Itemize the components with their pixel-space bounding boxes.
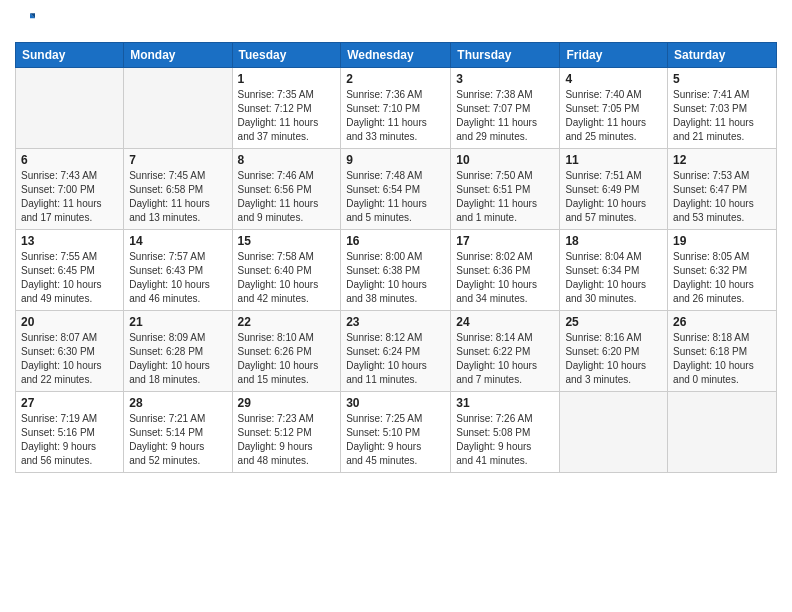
day-cell: 20Sunrise: 8:07 AM Sunset: 6:30 PM Dayli…	[16, 311, 124, 392]
day-info: Sunrise: 7:41 AM Sunset: 7:03 PM Dayligh…	[673, 88, 771, 144]
day-info: Sunrise: 8:02 AM Sunset: 6:36 PM Dayligh…	[456, 250, 554, 306]
day-number: 2	[346, 72, 445, 86]
col-monday: Monday	[124, 43, 232, 68]
day-cell: 18Sunrise: 8:04 AM Sunset: 6:34 PM Dayli…	[560, 230, 668, 311]
col-friday: Friday	[560, 43, 668, 68]
day-number: 4	[565, 72, 662, 86]
calendar-header: Sunday Monday Tuesday Wednesday Thursday…	[16, 43, 777, 68]
day-info: Sunrise: 8:07 AM Sunset: 6:30 PM Dayligh…	[21, 331, 118, 387]
day-cell: 9Sunrise: 7:48 AM Sunset: 6:54 PM Daylig…	[341, 149, 451, 230]
day-info: Sunrise: 8:09 AM Sunset: 6:28 PM Dayligh…	[129, 331, 226, 387]
col-wednesday: Wednesday	[341, 43, 451, 68]
day-info: Sunrise: 8:10 AM Sunset: 6:26 PM Dayligh…	[238, 331, 336, 387]
day-cell: 26Sunrise: 8:18 AM Sunset: 6:18 PM Dayli…	[668, 311, 777, 392]
day-number: 28	[129, 396, 226, 410]
day-info: Sunrise: 8:12 AM Sunset: 6:24 PM Dayligh…	[346, 331, 445, 387]
day-number: 25	[565, 315, 662, 329]
day-cell: 22Sunrise: 8:10 AM Sunset: 6:26 PM Dayli…	[232, 311, 341, 392]
day-info: Sunrise: 8:05 AM Sunset: 6:32 PM Dayligh…	[673, 250, 771, 306]
day-info: Sunrise: 8:04 AM Sunset: 6:34 PM Dayligh…	[565, 250, 662, 306]
day-info: Sunrise: 7:21 AM Sunset: 5:14 PM Dayligh…	[129, 412, 226, 468]
day-cell	[560, 392, 668, 473]
day-info: Sunrise: 7:38 AM Sunset: 7:07 PM Dayligh…	[456, 88, 554, 144]
day-cell: 5Sunrise: 7:41 AM Sunset: 7:03 PM Daylig…	[668, 68, 777, 149]
day-number: 19	[673, 234, 771, 248]
day-cell: 19Sunrise: 8:05 AM Sunset: 6:32 PM Dayli…	[668, 230, 777, 311]
day-cell: 11Sunrise: 7:51 AM Sunset: 6:49 PM Dayli…	[560, 149, 668, 230]
day-cell	[668, 392, 777, 473]
day-number: 20	[21, 315, 118, 329]
calendar-body: 1Sunrise: 7:35 AM Sunset: 7:12 PM Daylig…	[16, 68, 777, 473]
calendar-page: Sunday Monday Tuesday Wednesday Thursday…	[0, 0, 792, 612]
header-row: Sunday Monday Tuesday Wednesday Thursday…	[16, 43, 777, 68]
day-cell: 1Sunrise: 7:35 AM Sunset: 7:12 PM Daylig…	[232, 68, 341, 149]
day-number: 7	[129, 153, 226, 167]
day-number: 27	[21, 396, 118, 410]
day-cell: 15Sunrise: 7:58 AM Sunset: 6:40 PM Dayli…	[232, 230, 341, 311]
day-info: Sunrise: 7:25 AM Sunset: 5:10 PM Dayligh…	[346, 412, 445, 468]
logo-icon	[15, 10, 35, 30]
day-number: 1	[238, 72, 336, 86]
day-cell: 29Sunrise: 7:23 AM Sunset: 5:12 PM Dayli…	[232, 392, 341, 473]
day-info: Sunrise: 7:40 AM Sunset: 7:05 PM Dayligh…	[565, 88, 662, 144]
day-info: Sunrise: 7:55 AM Sunset: 6:45 PM Dayligh…	[21, 250, 118, 306]
day-number: 22	[238, 315, 336, 329]
day-number: 3	[456, 72, 554, 86]
day-number: 10	[456, 153, 554, 167]
day-cell: 27Sunrise: 7:19 AM Sunset: 5:16 PM Dayli…	[16, 392, 124, 473]
day-cell: 28Sunrise: 7:21 AM Sunset: 5:14 PM Dayli…	[124, 392, 232, 473]
day-info: Sunrise: 7:36 AM Sunset: 7:10 PM Dayligh…	[346, 88, 445, 144]
col-sunday: Sunday	[16, 43, 124, 68]
day-info: Sunrise: 7:57 AM Sunset: 6:43 PM Dayligh…	[129, 250, 226, 306]
day-info: Sunrise: 8:14 AM Sunset: 6:22 PM Dayligh…	[456, 331, 554, 387]
day-cell: 12Sunrise: 7:53 AM Sunset: 6:47 PM Dayli…	[668, 149, 777, 230]
day-number: 23	[346, 315, 445, 329]
day-info: Sunrise: 7:58 AM Sunset: 6:40 PM Dayligh…	[238, 250, 336, 306]
day-cell: 13Sunrise: 7:55 AM Sunset: 6:45 PM Dayli…	[16, 230, 124, 311]
col-tuesday: Tuesday	[232, 43, 341, 68]
week-row-2: 13Sunrise: 7:55 AM Sunset: 6:45 PM Dayli…	[16, 230, 777, 311]
day-number: 26	[673, 315, 771, 329]
day-number: 24	[456, 315, 554, 329]
day-cell: 8Sunrise: 7:46 AM Sunset: 6:56 PM Daylig…	[232, 149, 341, 230]
calendar-table: Sunday Monday Tuesday Wednesday Thursday…	[15, 42, 777, 473]
day-cell: 2Sunrise: 7:36 AM Sunset: 7:10 PM Daylig…	[341, 68, 451, 149]
day-info: Sunrise: 7:50 AM Sunset: 6:51 PM Dayligh…	[456, 169, 554, 225]
day-info: Sunrise: 7:46 AM Sunset: 6:56 PM Dayligh…	[238, 169, 336, 225]
day-cell: 30Sunrise: 7:25 AM Sunset: 5:10 PM Dayli…	[341, 392, 451, 473]
day-cell: 31Sunrise: 7:26 AM Sunset: 5:08 PM Dayli…	[451, 392, 560, 473]
week-row-3: 20Sunrise: 8:07 AM Sunset: 6:30 PM Dayli…	[16, 311, 777, 392]
day-cell: 6Sunrise: 7:43 AM Sunset: 7:00 PM Daylig…	[16, 149, 124, 230]
day-number: 12	[673, 153, 771, 167]
day-info: Sunrise: 8:00 AM Sunset: 6:38 PM Dayligh…	[346, 250, 445, 306]
day-info: Sunrise: 7:35 AM Sunset: 7:12 PM Dayligh…	[238, 88, 336, 144]
day-cell: 16Sunrise: 8:00 AM Sunset: 6:38 PM Dayli…	[341, 230, 451, 311]
day-number: 18	[565, 234, 662, 248]
day-cell: 24Sunrise: 8:14 AM Sunset: 6:22 PM Dayli…	[451, 311, 560, 392]
day-cell	[124, 68, 232, 149]
day-cell: 4Sunrise: 7:40 AM Sunset: 7:05 PM Daylig…	[560, 68, 668, 149]
day-cell: 10Sunrise: 7:50 AM Sunset: 6:51 PM Dayli…	[451, 149, 560, 230]
day-cell: 3Sunrise: 7:38 AM Sunset: 7:07 PM Daylig…	[451, 68, 560, 149]
logo	[15, 10, 37, 34]
day-info: Sunrise: 7:43 AM Sunset: 7:00 PM Dayligh…	[21, 169, 118, 225]
day-cell: 21Sunrise: 8:09 AM Sunset: 6:28 PM Dayli…	[124, 311, 232, 392]
day-number: 30	[346, 396, 445, 410]
col-thursday: Thursday	[451, 43, 560, 68]
day-number: 14	[129, 234, 226, 248]
day-number: 5	[673, 72, 771, 86]
day-info: Sunrise: 7:23 AM Sunset: 5:12 PM Dayligh…	[238, 412, 336, 468]
day-cell: 17Sunrise: 8:02 AM Sunset: 6:36 PM Dayli…	[451, 230, 560, 311]
day-info: Sunrise: 7:51 AM Sunset: 6:49 PM Dayligh…	[565, 169, 662, 225]
day-cell: 14Sunrise: 7:57 AM Sunset: 6:43 PM Dayli…	[124, 230, 232, 311]
day-number: 6	[21, 153, 118, 167]
week-row-4: 27Sunrise: 7:19 AM Sunset: 5:16 PM Dayli…	[16, 392, 777, 473]
day-cell: 23Sunrise: 8:12 AM Sunset: 6:24 PM Dayli…	[341, 311, 451, 392]
day-info: Sunrise: 7:48 AM Sunset: 6:54 PM Dayligh…	[346, 169, 445, 225]
week-row-0: 1Sunrise: 7:35 AM Sunset: 7:12 PM Daylig…	[16, 68, 777, 149]
day-number: 16	[346, 234, 445, 248]
day-cell: 25Sunrise: 8:16 AM Sunset: 6:20 PM Dayli…	[560, 311, 668, 392]
col-saturday: Saturday	[668, 43, 777, 68]
day-number: 15	[238, 234, 336, 248]
day-info: Sunrise: 7:26 AM Sunset: 5:08 PM Dayligh…	[456, 412, 554, 468]
